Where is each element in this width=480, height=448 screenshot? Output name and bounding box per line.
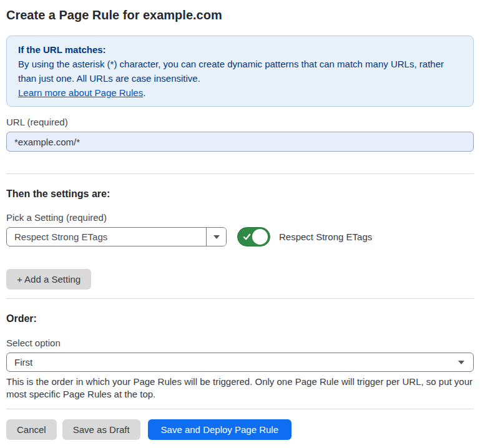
setting-dropdown[interactable]: Respect Strong ETags: [6, 227, 227, 246]
save-deploy-button[interactable]: Save and Deploy Page Rule: [148, 419, 291, 440]
link-suffix: .: [143, 87, 145, 98]
info-box-heading: If the URL matches:: [18, 42, 462, 57]
setting-dropdown-value: Respect Strong ETags: [7, 228, 206, 246]
toggle-label: Respect Strong ETags: [279, 231, 372, 242]
chevron-down-icon: [213, 235, 220, 239]
info-box-link-line: Learn more about Page Rules.: [18, 85, 462, 100]
check-icon: [243, 233, 251, 241]
divider: [6, 298, 474, 299]
url-field-label: URL (required): [6, 116, 474, 128]
pick-setting-label: Pick a Setting (required): [6, 212, 474, 223]
footer-actions: Cancel Save as Draft Save and Deploy Pag…: [6, 419, 474, 440]
save-draft-button[interactable]: Save as Draft: [62, 419, 140, 440]
setting-dropdown-caret-button[interactable]: [206, 228, 226, 246]
page-rule-form: Create a Page Rule for example.com If th…: [0, 0, 480, 440]
chevron-down-icon: [458, 361, 464, 364]
setting-toggle[interactable]: [237, 227, 270, 246]
page-title: Create a Page Rule for example.com: [6, 0, 474, 22]
order-select-label: Select option: [6, 337, 474, 349]
setting-row: Respect Strong ETags Respect Strong ETag…: [6, 227, 474, 246]
url-input[interactable]: [6, 132, 474, 152]
add-setting-button[interactable]: + Add a Setting: [6, 269, 91, 290]
order-select-value: First: [14, 357, 32, 368]
order-help-text: This is the order in which your Page Rul…: [6, 376, 474, 401]
learn-more-link[interactable]: Learn more about Page Rules: [18, 87, 143, 98]
url-match-info-box: If the URL matches: By using the asteris…: [6, 36, 474, 107]
cancel-button[interactable]: Cancel: [6, 419, 57, 440]
settings-section-heading: Then the settings are:: [6, 188, 474, 200]
order-select[interactable]: First: [6, 353, 474, 372]
info-box-body: By using the asterisk (*) character, you…: [18, 57, 455, 85]
order-section-heading: Order:: [6, 313, 474, 325]
divider: [6, 409, 474, 409]
divider: [6, 173, 474, 174]
toggle-knob: [252, 229, 268, 245]
